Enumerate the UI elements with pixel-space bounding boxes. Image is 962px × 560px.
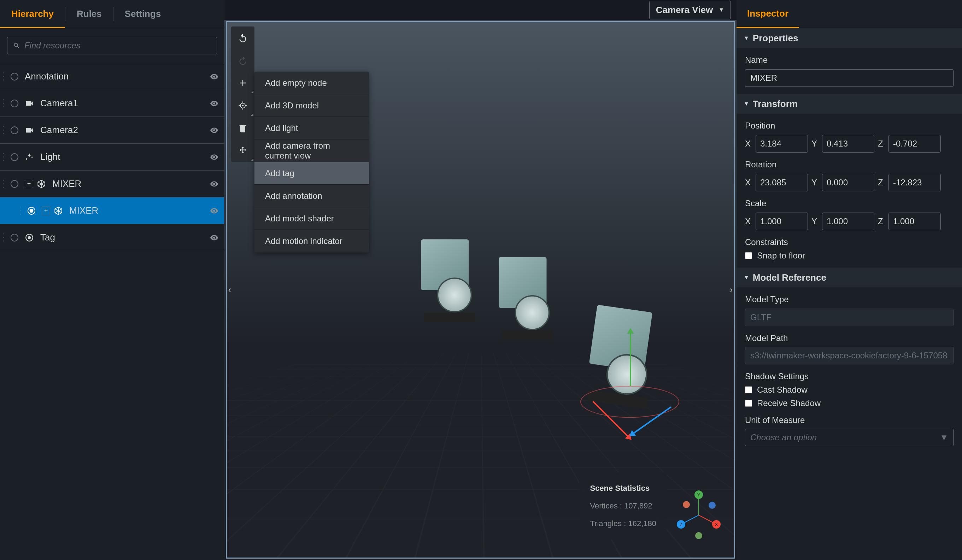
visibility-icon[interactable]	[210, 206, 218, 215]
hierarchy-list: Annotation Camera1 Camera2 Light	[0, 63, 224, 560]
svg-point-14	[709, 502, 716, 509]
menu-add-motion-indicator[interactable]: Add motion indicator	[255, 230, 369, 253]
rotation-x-input[interactable]	[755, 174, 808, 191]
menu-add-empty-node[interactable]: Add empty node	[255, 72, 369, 94]
svg-point-1	[28, 236, 31, 239]
radio-icon[interactable]	[11, 234, 18, 241]
unit-of-measure-select[interactable]: Choose an option ▼	[745, 429, 954, 446]
cast-shadow-checkbox[interactable]: Cast Shadow	[745, 385, 954, 395]
visibility-icon[interactable]	[210, 99, 218, 108]
model-path-input	[745, 347, 954, 364]
position-x-input[interactable]	[755, 135, 808, 153]
rotation-y-input[interactable]	[822, 174, 874, 191]
tab-rules[interactable]: Rules	[65, 0, 113, 28]
caret-down-icon: ▼	[744, 101, 749, 107]
radio-icon[interactable]	[11, 126, 18, 134]
menu-add-light[interactable]: Add light	[255, 117, 369, 140]
collapse-right-button[interactable]: ›	[727, 276, 735, 304]
unit-of-measure-label: Unit of Measure	[745, 415, 954, 425]
menu-add-3d-model[interactable]: Add 3D model	[255, 94, 369, 117]
model-mixer-selected[interactable]	[575, 304, 675, 426]
scale-label: Scale	[745, 198, 954, 208]
hierarchy-item-camera1[interactable]: Camera1	[0, 90, 224, 117]
radio-icon[interactable]	[11, 153, 18, 161]
hierarchy-item-light[interactable]: Light	[0, 144, 224, 171]
model-type-input	[745, 309, 954, 326]
shadow-settings-label: Shadow Settings	[745, 372, 954, 381]
svg-point-15	[695, 532, 702, 539]
camera-view-label: Camera View	[656, 5, 713, 16]
hierarchy-item-camera2[interactable]: Camera2	[0, 117, 224, 144]
target-button[interactable]	[231, 94, 255, 117]
caret-down-icon: ▼	[718, 7, 724, 13]
viewport-panel: Camera View ▼ Add empty no	[224, 0, 736, 560]
axis-gizmo[interactable]: Y X Z	[674, 491, 723, 540]
rotation-label: Rotation	[745, 159, 954, 169]
visibility-icon[interactable]	[210, 72, 218, 81]
visibility-icon[interactable]	[210, 233, 218, 242]
move-button[interactable]	[231, 140, 255, 162]
snap-to-floor-checkbox[interactable]: Snap to floor	[745, 251, 954, 261]
tab-hierarchy[interactable]: Hierarchy	[0, 0, 65, 28]
caret-down-icon: ▼	[744, 274, 749, 281]
visibility-icon[interactable]	[210, 153, 218, 161]
caret-down-icon: ▼	[744, 35, 749, 41]
hierarchy-item-mixer-child[interactable]: + MIXER	[0, 197, 224, 224]
constraints-label: Constraints	[745, 237, 954, 247]
tab-inspector[interactable]: Inspector	[736, 0, 799, 28]
expand-icon[interactable]: +	[25, 180, 33, 188]
tag-icon	[25, 233, 34, 242]
search-box[interactable]	[7, 37, 217, 55]
section-properties-header[interactable]: ▼ Properties	[736, 28, 962, 48]
search-input[interactable]	[24, 40, 211, 50]
position-y-input[interactable]	[822, 135, 874, 153]
radio-icon[interactable]	[11, 73, 18, 80]
model-mixer[interactable]	[415, 240, 488, 335]
svg-point-13	[683, 501, 690, 508]
rotation-z-input[interactable]	[888, 174, 941, 191]
svg-text:X: X	[715, 522, 718, 527]
add-button[interactable]	[231, 72, 255, 94]
stats-title: Scene Statistics	[590, 481, 656, 496]
visibility-icon[interactable]	[210, 126, 218, 135]
menu-add-camera[interactable]: Add camera from current view	[255, 140, 369, 162]
scale-z-input[interactable]	[888, 212, 941, 230]
hierarchy-item-mixer[interactable]: + MIXER	[0, 171, 224, 197]
menu-add-annotation[interactable]: Add annotation	[255, 185, 369, 207]
name-input[interactable]	[745, 69, 954, 87]
camera-view-dropdown[interactable]: Camera View ▼	[649, 1, 731, 19]
model-mixer[interactable]	[493, 257, 566, 352]
expand-icon[interactable]: +	[42, 206, 50, 215]
section-transform-header[interactable]: ▼ Transform	[736, 94, 962, 114]
hierarchy-item-tag[interactable]: Tag	[0, 224, 224, 251]
radio-icon[interactable]	[27, 207, 36, 215]
radio-icon[interactable]	[11, 180, 18, 188]
inspector-panel: Inspector ▼ Properties Name ▼ Transform …	[736, 0, 962, 560]
delete-button[interactable]	[231, 117, 255, 140]
cube-icon	[54, 206, 63, 216]
light-icon	[25, 153, 34, 162]
menu-add-model-shader[interactable]: Add model shader	[255, 207, 369, 230]
menu-add-tag[interactable]: Add tag	[255, 162, 369, 185]
collapse-left-button[interactable]: ‹	[226, 276, 234, 304]
position-z-input[interactable]	[888, 135, 941, 153]
visibility-icon[interactable]	[210, 180, 218, 188]
camera-icon	[25, 99, 34, 108]
receive-shadow-checkbox[interactable]: Receive Shadow	[745, 398, 954, 408]
scale-y-input[interactable]	[822, 212, 874, 230]
undo-button[interactable]	[231, 26, 255, 49]
node-label: MIXER	[52, 178, 210, 189]
tab-settings[interactable]: Settings	[113, 0, 173, 28]
node-label: Camera1	[40, 98, 210, 109]
scale-x-input[interactable]	[755, 212, 808, 230]
cube-icon	[37, 179, 46, 188]
radio-icon[interactable]	[11, 100, 18, 107]
name-label: Name	[745, 55, 954, 65]
caret-down-icon: ▼	[940, 433, 948, 443]
viewport-3d[interactable]: Add empty node Add 3D model Add light Ad…	[226, 21, 735, 558]
node-label: Tag	[40, 232, 210, 243]
hierarchy-item-annotation[interactable]: Annotation	[0, 63, 224, 90]
section-model-reference-header[interactable]: ▼ Model Reference	[736, 268, 962, 287]
redo-button[interactable]	[231, 49, 255, 72]
hierarchy-panel: Hierarchy Rules Settings Annotation Came…	[0, 0, 224, 560]
